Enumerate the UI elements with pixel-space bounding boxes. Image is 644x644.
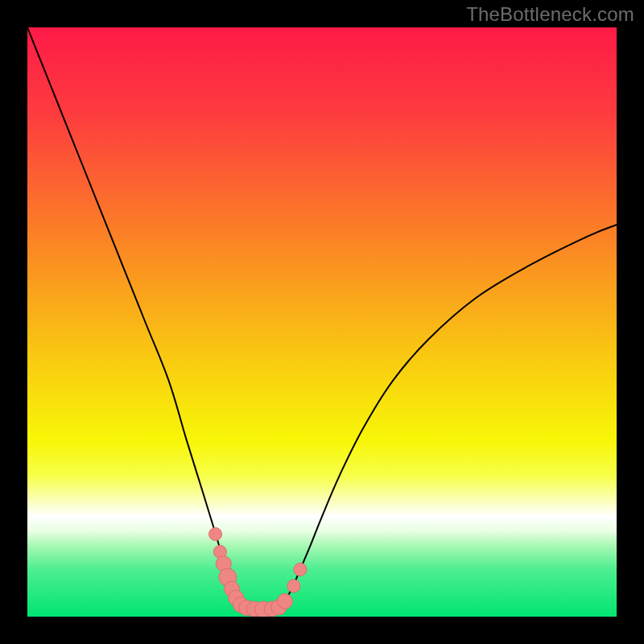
marker-dot <box>294 563 307 576</box>
chart-svg <box>27 27 617 617</box>
gradient-background <box>27 27 617 617</box>
plot-area <box>27 27 617 617</box>
marker-dot <box>208 527 221 540</box>
marker-dot <box>287 580 300 592</box>
marker-dot <box>277 593 292 609</box>
watermark-text: TheBottleneck.com <box>466 3 634 26</box>
chart-frame: TheBottleneck.com <box>0 0 644 644</box>
